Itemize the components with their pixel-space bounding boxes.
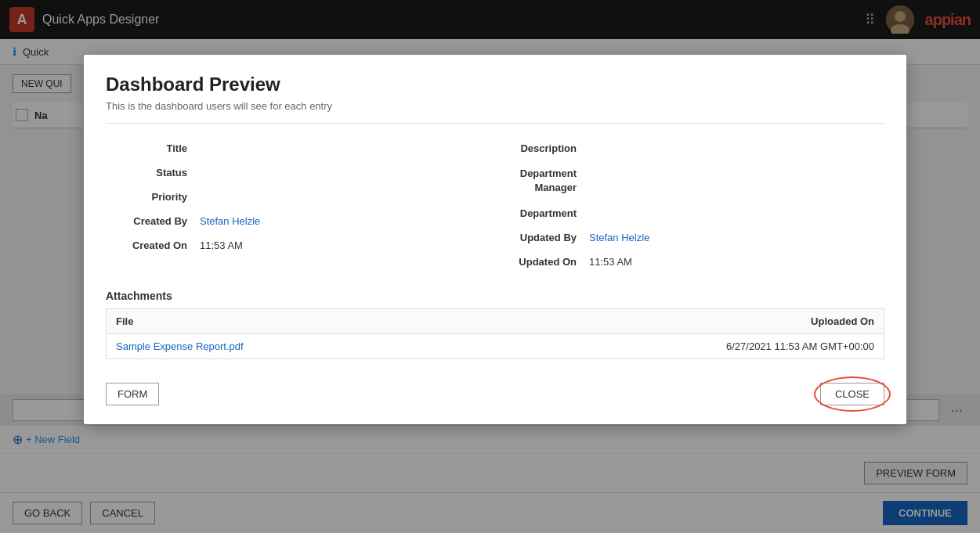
close-button-container: CLOSE (820, 383, 884, 405)
updated-by-label: Updated By (495, 232, 589, 243)
created-by-label: Created By (106, 215, 200, 227)
attachment-file-link[interactable]: Sample Expense Report.pdf (116, 340, 244, 352)
attachments-section: Attachments File Uploaded On Sample Expe… (106, 290, 884, 359)
attachment-row: Sample Expense Report.pdf 6/27/2021 11:5… (107, 334, 884, 359)
attachments-table: File Uploaded On Sample Expense Report.p… (106, 308, 884, 359)
field-created-by: Created By Stefan Helzle (106, 209, 495, 233)
attachment-file-cell: Sample Expense Report.pdf (107, 334, 470, 359)
uploaded-on-column-header: Uploaded On (469, 309, 884, 334)
field-description: Description (495, 136, 884, 160)
status-label: Status (106, 167, 200, 178)
field-created-on: Created On 11:53 AM (106, 233, 495, 257)
file-column-header: File (107, 309, 470, 334)
attachment-uploaded-on-cell: 6/27/2021 11:53 AM GMT+00:00 (469, 334, 884, 359)
description-label: Description (495, 142, 589, 154)
modal-subtitle: This is the dashboard users will see for… (106, 100, 884, 124)
dashboard-preview-modal: Dashboard Preview This is the dashboard … (84, 55, 906, 424)
title-label: Title (106, 142, 200, 154)
modal-footer: FORM CLOSE (106, 372, 884, 405)
form-button[interactable]: FORM (106, 383, 159, 405)
field-title: Title (106, 136, 495, 160)
attachments-title: Attachments (106, 290, 884, 302)
priority-label: Priority (106, 191, 200, 203)
field-department: Department (495, 201, 884, 225)
updated-on-label: Updated On (495, 256, 589, 268)
department-label: Department (495, 207, 589, 219)
updated-on-value: 11:53 AM (589, 256, 632, 268)
close-button[interactable]: CLOSE (820, 383, 884, 405)
fields-grid: Title Status Priority Created By Stefan … (106, 136, 884, 274)
updated-by-value[interactable]: Stefan Helzle (589, 232, 649, 243)
field-status: Status (106, 160, 495, 185)
fields-right: Description DepartmentManager Department… (495, 136, 884, 274)
dept-manager-label: DepartmentManager (495, 167, 589, 195)
field-updated-by: Updated By Stefan Helzle (495, 225, 884, 250)
field-priority: Priority (106, 185, 495, 209)
created-on-label: Created On (106, 239, 200, 251)
created-on-value: 11:53 AM (200, 239, 243, 251)
field-updated-on: Updated On 11:53 AM (495, 250, 884, 274)
fields-left: Title Status Priority Created By Stefan … (106, 136, 495, 274)
field-dept-manager: DepartmentManager (495, 160, 884, 201)
created-by-value[interactable]: Stefan Helzle (200, 215, 260, 227)
attachments-header-row: File Uploaded On (107, 309, 884, 334)
modal-title: Dashboard Preview (106, 74, 884, 95)
